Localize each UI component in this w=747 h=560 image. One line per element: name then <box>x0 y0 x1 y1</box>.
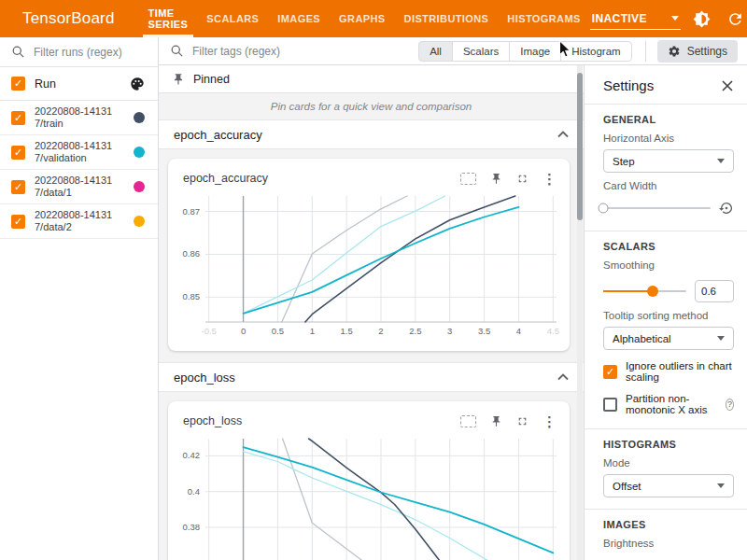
settings-button[interactable]: Settings <box>657 40 738 63</box>
settings-panel: Settings GENERAL Horizontal Axis Step <box>584 65 747 560</box>
checkbox[interactable] <box>603 398 617 412</box>
run-color-dot <box>134 216 145 227</box>
run-color-dot <box>134 112 145 123</box>
svg-text:-0.5: -0.5 <box>201 326 216 336</box>
filter-image-button[interactable]: Image <box>509 41 561 62</box>
cards-scroll-region[interactable]: Pin cards for a quick view and compariso… <box>159 93 584 560</box>
tab-images[interactable]: IMAGES <box>268 0 330 37</box>
search-icon <box>11 45 25 59</box>
palette-icon[interactable] <box>130 77 145 91</box>
svg-text:4: 4 <box>516 326 521 336</box>
svg-text:0.4: 0.4 <box>188 486 200 497</box>
pin-icon <box>172 73 185 86</box>
tab-graphs[interactable]: GRAPHS <box>330 0 394 37</box>
run-row-data-1[interactable]: ✓ 20220808-141317/data/1 <box>0 170 158 204</box>
svg-text:0.38: 0.38 <box>183 522 201 532</box>
filter-all-button[interactable]: All <box>418 41 453 62</box>
section-epoch-accuracy[interactable]: epoch_accuracy <box>159 119 584 149</box>
dark-mode-toggle-icon[interactable] <box>688 5 716 33</box>
runs-sidebar: Filter runs (regex) ✓ Run ✓ 20220808-141… <box>0 37 159 560</box>
svg-text:0: 0 <box>241 326 246 336</box>
more-options-icon[interactable]: ⋮ <box>543 172 557 186</box>
run-row-train[interactable]: ✓ 20220808-141317/train <box>0 101 158 135</box>
scrollbar-thumb[interactable] <box>577 73 583 220</box>
search-icon <box>170 44 184 58</box>
run-color-dot <box>134 147 145 158</box>
chevron-up-icon[interactable] <box>557 373 569 381</box>
settings-histograms-section: HISTOGRAMS Mode Offset <box>585 429 747 509</box>
tag-type-filter-group: All Scalars Image Histogram <box>418 41 632 62</box>
pin-card-icon[interactable] <box>490 415 502 427</box>
run-row-validation[interactable]: ✓ 20220808-141317/validation <box>0 135 158 170</box>
run-checkbox[interactable]: ✓ <box>11 146 25 160</box>
filter-histogram-button[interactable]: Histogram <box>560 41 631 62</box>
fullscreen-icon[interactable] <box>516 173 529 185</box>
run-row-data-2[interactable]: ✓ 20220808-141317/data/2 <box>0 204 158 239</box>
pin-hint-text: Pin cards for a quick view and compariso… <box>159 93 584 119</box>
epoch-loss-chart[interactable]: 0.360.380.40.42 <box>168 435 564 560</box>
svg-text:3.5: 3.5 <box>478 326 490 336</box>
filter-tags-placeholder: Filter tags (regex) <box>192 45 280 58</box>
settings-scalars-section: SCALARS Smoothing Tooltip sorting method… <box>585 231 747 428</box>
chevron-down-icon <box>717 159 725 163</box>
reset-icon[interactable] <box>719 201 734 216</box>
fullscreen-icon[interactable] <box>516 415 529 427</box>
filter-runs-input[interactable]: Filter runs (regex) <box>0 37 158 67</box>
section-epoch-loss[interactable]: epoch_loss <box>159 362 584 392</box>
run-list-header: ✓ Run <box>0 67 158 101</box>
slider-knob[interactable] <box>599 203 609 214</box>
svg-text:0.42: 0.42 <box>183 450 201 460</box>
tab-histograms[interactable]: HISTOGRAMS <box>498 0 589 37</box>
app-header: TensorBoard TIME SERIES SCALARS IMAGES G… <box>0 0 747 37</box>
chevron-down-icon <box>717 483 725 488</box>
chevron-down-icon <box>717 336 725 341</box>
histogram-mode-select[interactable]: Offset <box>603 474 734 497</box>
card-width-slider[interactable] <box>603 207 711 209</box>
tensorboard-app: TensorBoard TIME SERIES SCALARS IMAGES G… <box>0 0 747 560</box>
tags-toolbar: Filter tags (regex) All Scalars Image Hi… <box>159 37 747 65</box>
settings-panel-title: Settings <box>603 77 654 93</box>
checkbox[interactable]: ✓ <box>603 365 617 379</box>
partition-x-axis-checkbox[interactable]: Partition non-monotonic X axis ? <box>603 393 734 415</box>
chevron-up-icon[interactable] <box>557 131 569 138</box>
help-icon[interactable]: ? <box>726 399 734 411</box>
svg-text:1: 1 <box>310 326 315 336</box>
svg-text:0.86: 0.86 <box>183 248 201 259</box>
tooltip-sorting-select[interactable]: Alphabetical <box>603 327 734 350</box>
svg-text:4.5: 4.5 <box>547 326 559 336</box>
svg-text:0.87: 0.87 <box>183 206 201 217</box>
filter-tags-input[interactable]: Filter tags (regex) <box>170 44 418 58</box>
epoch-accuracy-chart[interactable]: 0.850.860.87-0.500.511.522.533.544.5 <box>168 192 564 342</box>
slider-knob[interactable] <box>647 286 658 297</box>
refresh-icon[interactable] <box>722 5 747 33</box>
data-selection-icon[interactable] <box>460 415 476 427</box>
smoothing-slider[interactable] <box>603 290 686 292</box>
ignore-outliers-checkbox[interactable]: ✓ Ignore outliers in chart scaling <box>603 360 734 383</box>
pin-card-icon[interactable] <box>490 173 502 185</box>
app-logo: TensorBoard <box>0 0 139 37</box>
toolbar-divider <box>645 41 646 62</box>
settings-images-section: IMAGES Brightness Contrast <box>585 510 747 560</box>
nav-tabs: TIME SERIES SCALARS IMAGES GRAPHS DISTRI… <box>139 0 590 37</box>
run-select-all-checkbox[interactable]: ✓ <box>11 77 25 91</box>
tab-distributions[interactable]: DISTRIBUTIONS <box>395 0 499 37</box>
smoothing-value-input[interactable] <box>695 280 734 302</box>
run-checkbox[interactable]: ✓ <box>11 111 25 125</box>
more-options-icon[interactable]: ⋮ <box>543 414 557 428</box>
chevron-down-icon <box>671 16 679 21</box>
tab-time-series[interactable]: TIME SERIES <box>139 0 198 37</box>
card-epoch-loss: epoch_loss ⋮ <box>168 401 570 560</box>
run-checkbox[interactable]: ✓ <box>11 215 25 229</box>
filter-scalars-button[interactable]: Scalars <box>452 41 510 62</box>
svg-text:2.5: 2.5 <box>409 326 421 336</box>
horizontal-axis-select[interactable]: Step <box>603 149 734 173</box>
reload-status-select[interactable]: INACTIVE <box>590 9 681 30</box>
data-selection-icon[interactable] <box>460 173 476 185</box>
filter-runs-placeholder: Filter runs (regex) <box>34 46 122 59</box>
run-checkbox[interactable]: ✓ <box>11 180 25 194</box>
card-epoch-accuracy: epoch_accuracy ⋮ <box>168 159 570 351</box>
cards-area: Pinned Pin cards for a quick view and co… <box>159 65 584 560</box>
tab-scalars[interactable]: SCALARS <box>197 0 268 37</box>
close-icon[interactable] <box>721 79 734 92</box>
gear-icon <box>668 45 681 58</box>
